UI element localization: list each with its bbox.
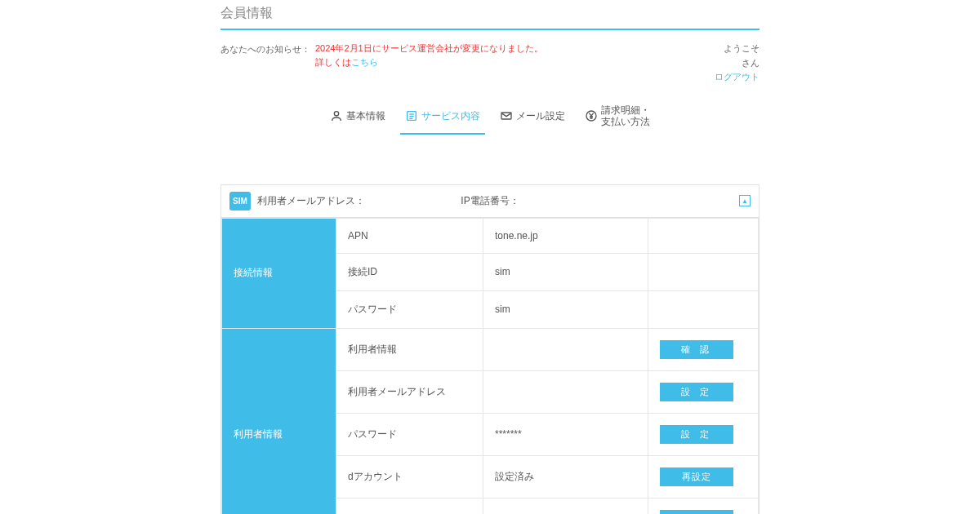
row-connpw-label: パスワード [336, 290, 483, 328]
row-connid-action [648, 253, 759, 290]
tab-service[interactable]: サービス内容 [400, 101, 485, 135]
person-icon [330, 109, 343, 122]
row-umail-label: 利用者メールアドレス [336, 370, 483, 413]
tab-billing[interactable]: 請求明細・ 支払い方法 [580, 101, 655, 135]
ip-phone-header-label: IP電話番号： [461, 194, 519, 208]
collapse-toggle[interactable]: ▲ [739, 195, 751, 206]
section-userinfo: 利用者情報 [222, 328, 336, 514]
svg-point-0 [334, 112, 338, 116]
row-uinfo-value [483, 328, 648, 370]
tab-service-label: サービス内容 [421, 109, 480, 123]
set-password-button[interactable]: 設 定 [660, 425, 733, 444]
row-apn-label: APN [336, 218, 483, 253]
reset-daccount-button[interactable]: 再設定 [660, 467, 733, 486]
row-connid-value: sim [483, 253, 648, 290]
logout-link[interactable]: ログアウト [715, 70, 760, 85]
tab-mail-label: メール設定 [516, 109, 565, 123]
row-apn-value: tone.ne.jp [483, 218, 648, 253]
detail-table: 接続情報 APN tone.ne.jp 接続ID sim パスワード sim 利… [221, 218, 759, 514]
notice-line2-prefix: 詳しくは [315, 57, 351, 67]
tab-bar: 基本情報 サービス内容 メール設定 請求明細・ 支払い方法 [220, 101, 760, 135]
user-mail-header-label: 利用者メールアドレス： [257, 194, 365, 208]
row-upw-label: パスワード [336, 413, 483, 455]
welcome-honorific: さん [715, 56, 760, 71]
confirm-dpoint-button[interactable]: 確認 [660, 510, 733, 514]
row-umail-value [483, 370, 648, 413]
notice-label: あなたへのお知らせ： [220, 42, 310, 55]
row-apn-action [648, 218, 759, 253]
welcome-greeting: ようこそ [715, 42, 760, 56]
notice-link[interactable]: こちら [351, 57, 378, 67]
set-usermail-button[interactable]: 設 定 [660, 383, 733, 401]
notice-line1: 2024年2月1日にサービス運営会社が変更になりました。 [315, 43, 543, 53]
row-upw-value: ******* [483, 413, 648, 455]
page-title: 会員情報 [220, 5, 760, 29]
tab-billing-line2: 支払い方法 [601, 116, 650, 127]
tab-billing-line1: 請求明細・ [601, 104, 650, 116]
row-daccount-label: dアカウント [336, 455, 483, 498]
tab-basic-label: 基本情報 [346, 109, 385, 123]
row-dpoint-value [483, 498, 648, 514]
tab-mail[interactable]: メール設定 [495, 101, 570, 135]
row-daccount-value: 設定済み [483, 455, 648, 498]
notice-text: 2024年2月1日にサービス運営会社が変更になりました。 詳しくはこちら [315, 42, 543, 69]
sim-badge: SIM [229, 192, 251, 210]
row-connpw-value: sim [483, 290, 648, 328]
yen-icon [585, 109, 598, 122]
list-icon [405, 109, 418, 122]
sim-card: SIM 利用者メールアドレス： IP電話番号： ▲ 接続情報 APN tone.… [220, 184, 760, 514]
title-rule [220, 29, 760, 30]
mail-icon [500, 109, 513, 122]
section-connection: 接続情報 [222, 218, 336, 328]
row-connpw-action [648, 290, 759, 328]
row-dpoint-label: dポイント履歴 [336, 498, 483, 514]
tab-basic[interactable]: 基本情報 [325, 101, 390, 135]
row-uinfo-label: 利用者情報 [336, 328, 483, 370]
confirm-userinfo-button[interactable]: 確 認 [660, 340, 733, 359]
row-connid-label: 接続ID [336, 253, 483, 290]
